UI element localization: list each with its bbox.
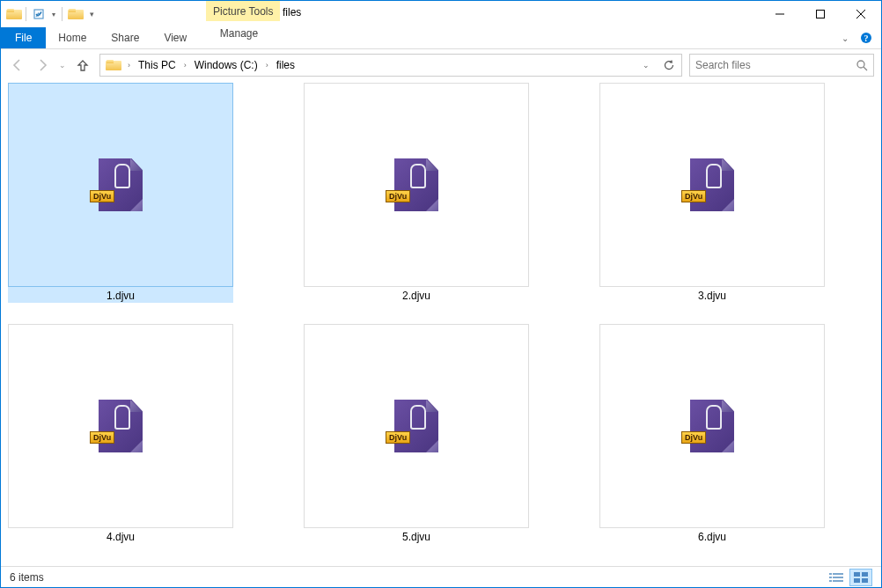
quick-access-toolbar: ▾ ▾ [1,1,98,27]
chevron-right-icon[interactable]: › [181,61,189,70]
title-bar: ▾ ▾ Picture Tools files [1,1,881,27]
svg-rect-10 [833,573,843,575]
refresh-button[interactable] [658,55,680,75]
search-icon[interactable] [856,59,868,71]
djvu-icon: DjVu [99,158,143,211]
help-button[interactable]: ? [858,30,874,46]
svg-line-8 [864,67,867,70]
minimize-button[interactable] [760,1,800,27]
svg-rect-2 [817,11,825,18]
search-box[interactable] [689,54,874,77]
svg-rect-18 [862,578,868,583]
qat-new-folder-button[interactable] [66,5,84,23]
djvu-icon: DjVu [394,158,438,211]
breadcrumb-text: This PC [138,59,176,71]
ribbon-expand-button[interactable]: ⌄ [837,30,853,46]
recent-dropdown[interactable]: ⌄ [57,55,68,75]
tab-share[interactable]: Share [99,27,151,48]
tab-manage[interactable]: Manage [206,27,272,40]
file-thumbnail: DjVu [599,324,825,528]
maximize-button[interactable] [800,1,841,27]
qat-customize-dropdown[interactable]: ▾ [85,5,98,23]
svg-rect-15 [854,572,860,577]
nav-buttons: ⌄ [8,55,92,75]
breadcrumb-segment[interactable]: files [273,55,298,75]
breadcrumb-segment[interactable]: This PC [135,55,180,75]
djvu-icon: DjVu [394,400,438,452]
file-name: 1.djvu [103,289,138,303]
window-title: files [283,6,301,18]
file-item[interactable]: DjVu 1.djvu [8,83,233,303]
thumbnails-view-button[interactable] [849,569,872,586]
file-thumbnail: DjVu [8,83,233,287]
file-grid: DjVu 1.djvu DjVu 2.djvu DjVu 3. [8,83,874,544]
file-view[interactable]: DjVu 1.djvu DjVu 2.djvu DjVu 3. [1,81,881,566]
search-input[interactable] [695,59,856,71]
tab-file[interactable]: File [1,27,46,48]
qat-dropdown[interactable]: ▾ [49,5,58,23]
file-item[interactable]: DjVu 2.djvu [304,83,529,303]
file-name: 2.djvu [399,289,434,303]
up-button[interactable] [73,55,92,75]
svg-rect-9 [829,573,832,575]
djvu-icon: DjVu [690,158,734,211]
chevron-right-icon[interactable]: › [125,61,133,70]
svg-rect-17 [854,578,860,583]
picture-tools-tab-label: Picture Tools [206,1,280,21]
separator [26,7,26,21]
djvu-icon: DjVu [690,400,734,452]
details-view-button[interactable] [825,569,848,586]
status-count: 6 items [10,571,44,584]
back-button[interactable] [8,55,27,75]
close-button[interactable] [841,1,881,27]
file-item[interactable]: DjVu 3.djvu [599,83,825,303]
forward-button[interactable] [33,55,52,75]
window-controls [760,1,881,27]
tab-home[interactable]: Home [46,27,99,48]
address-dropdown[interactable]: ⌄ [636,55,657,75]
address-root-icon[interactable] [102,55,123,75]
file-item[interactable]: DjVu 4.djvu [8,324,233,544]
context-tab-group: Picture Tools [206,1,280,21]
tab-view[interactable]: View [151,27,199,48]
file-thumbnail: DjVu [8,324,233,528]
svg-rect-13 [829,580,832,582]
file-thumbnail: DjVu [599,83,825,287]
svg-point-7 [857,61,864,68]
file-item[interactable]: DjVu 6.djvu [599,324,825,544]
chevron-right-icon[interactable]: › [263,61,271,70]
svg-rect-16 [862,572,868,577]
breadcrumb-segment[interactable]: Windows (C:) [191,55,261,75]
file-name: 5.djvu [399,530,434,544]
ribbon-tabs: File Home Share View Manage ⌄ ? [1,27,881,49]
address-bar[interactable]: › This PC › Windows (C:) › files ⌄ [99,54,682,77]
status-bar: 6 items [1,566,881,587]
qat-properties-button[interactable] [30,5,48,23]
app-icon [4,5,22,23]
svg-rect-12 [833,577,843,578]
svg-text:?: ? [864,33,869,43]
file-item[interactable]: DjVu 5.djvu [304,324,529,544]
navigation-row: ⌄ › This PC › Windows (C:) › files ⌄ [1,49,881,81]
svg-rect-14 [833,580,843,582]
svg-rect-11 [829,577,832,578]
file-name: 3.djvu [695,289,730,303]
separator [62,7,62,21]
file-name: 6.djvu [695,530,730,544]
djvu-icon: DjVu [99,400,143,452]
view-switcher [825,569,872,586]
file-name: 4.djvu [103,530,138,544]
breadcrumb-text: Windows (C:) [195,59,258,71]
breadcrumb-text: files [276,59,295,71]
file-thumbnail: DjVu [304,324,529,528]
ribbon-right-controls: ⌄ ? [837,27,881,48]
file-thumbnail: DjVu [304,83,529,287]
